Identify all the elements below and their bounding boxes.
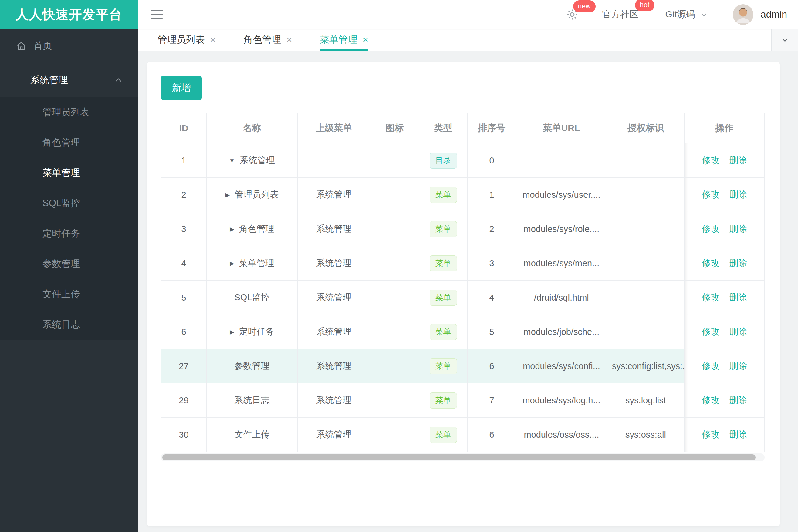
home-icon — [16, 40, 27, 51]
delete-link[interactable]: 删除 — [729, 327, 747, 336]
collapsed-arrow-icon[interactable]: ▶ — [230, 260, 234, 267]
menu-type-badge: 菜单 — [430, 221, 457, 237]
delete-link[interactable]: 删除 — [729, 395, 747, 405]
cell-menu-url: modules/sys/log.h... — [516, 383, 607, 418]
cell-actions: 修改删除 — [685, 144, 765, 178]
sidebar-item-label: 定时任务 — [42, 227, 80, 240]
cell-order: 2 — [468, 212, 516, 246]
expand-arrow-icon[interactable]: ▼ — [229, 157, 235, 164]
edit-link[interactable]: 修改 — [702, 430, 720, 439]
column-header: 排序号 — [468, 113, 516, 144]
cell-actions: 修改删除 — [685, 178, 765, 212]
edit-link[interactable]: 修改 — [702, 190, 720, 199]
delete-link[interactable]: 删除 — [729, 292, 747, 302]
menu-name-label: 系统日志 — [235, 395, 270, 405]
tab-item[interactable]: 角色管理× — [244, 29, 292, 51]
menu-name-label: 文件上传 — [235, 430, 270, 439]
tab-close-icon[interactable]: × — [210, 35, 216, 45]
cell-name: 参数管理 — [207, 349, 298, 383]
topbar-right: new 官方社区 hot Git源码 admin — [566, 4, 798, 25]
cell-icon — [370, 383, 419, 418]
table-row: 5SQL监控系统管理菜单4/druid/sql.html修改删除 — [161, 281, 765, 315]
tab-list: 管理员列表×角色管理×菜单管理× — [138, 29, 771, 51]
cell-parent-menu: 系统管理 — [298, 212, 370, 246]
sidebar-item-link[interactable]: 参数管理 — [0, 249, 138, 279]
horizontal-scrollbar[interactable] — [161, 453, 765, 461]
edit-link[interactable]: 修改 — [702, 258, 720, 268]
cell-type: 菜单 — [419, 383, 468, 418]
cell-id: 30 — [161, 418, 207, 452]
tab-item[interactable]: 管理员列表× — [158, 29, 216, 51]
settings-gear-button[interactable]: new — [566, 8, 579, 21]
cell-perms: sys:log:list — [607, 383, 685, 418]
menu-table: ID名称上级菜单图标类型排序号菜单URL授权标识操作 1▼系统管理目录0修改删除… — [161, 113, 765, 452]
cell-icon — [370, 281, 419, 315]
cell-menu-url: modules/job/sche... — [516, 315, 607, 349]
menu-name-label: 参数管理 — [235, 361, 270, 370]
delete-link[interactable]: 删除 — [729, 190, 747, 199]
chevron-down-icon — [780, 35, 790, 45]
sidebar-item-label: 文件上传 — [42, 288, 80, 301]
username-label[interactable]: admin — [761, 9, 787, 20]
edit-link[interactable]: 修改 — [702, 361, 720, 370]
cell-actions: 修改删除 — [685, 281, 765, 315]
tabs-collapse-button[interactable] — [771, 29, 798, 51]
app-logo: 人人快速开发平台 — [0, 0, 138, 29]
chevron-up-icon — [113, 75, 124, 85]
cell-actions: 修改删除 — [685, 212, 765, 246]
sidebar-item-link[interactable]: 文件上传 — [0, 279, 138, 309]
add-button[interactable]: 新增 — [161, 76, 202, 100]
community-link[interactable]: 官方社区 hot — [602, 8, 639, 21]
cell-actions: 修改删除 — [685, 246, 765, 281]
menu-name-label: SQL监控 — [234, 292, 270, 302]
edit-link[interactable]: 修改 — [702, 292, 720, 302]
tab-close-icon[interactable]: × — [287, 35, 292, 45]
avatar[interactable] — [733, 4, 754, 25]
menu-toggle-button[interactable] — [151, 10, 163, 19]
topbar: new 官方社区 hot Git源码 admin — [138, 0, 798, 29]
cell-type: 菜单 — [419, 418, 468, 452]
edit-link[interactable]: 修改 — [702, 395, 720, 405]
sidebar-item-active[interactable]: 菜单管理 — [0, 158, 138, 188]
sidebar-item-link[interactable]: SQL监控 — [0, 188, 138, 218]
cell-perms: sys:config:list,sys:... — [607, 349, 685, 383]
cell-icon — [370, 212, 419, 246]
edit-link[interactable]: 修改 — [702, 155, 720, 165]
sidebar-item-home[interactable]: 首页 — [0, 29, 138, 63]
collapsed-arrow-icon[interactable]: ▶ — [230, 226, 234, 232]
delete-link[interactable]: 删除 — [729, 155, 747, 165]
sidebar-group-system[interactable]: 系统管理 — [0, 63, 138, 97]
table-row: 1▼系统管理目录0修改删除 — [161, 144, 765, 178]
delete-link[interactable]: 删除 — [729, 361, 747, 370]
cell-type: 菜单 — [419, 212, 468, 246]
delete-link[interactable]: 删除 — [729, 224, 747, 233]
cell-type: 菜单 — [419, 246, 468, 281]
delete-link[interactable]: 删除 — [729, 430, 747, 439]
cell-perms — [607, 281, 685, 315]
sidebar-item-link[interactable]: 系统日志 — [0, 309, 138, 340]
column-header: 操作 — [685, 113, 765, 144]
tab-active[interactable]: 菜单管理× — [320, 29, 368, 51]
cell-perms — [607, 315, 685, 349]
sidebar: 人人快速开发平台 首页 系统管理 管理员列表角色管理菜单管理SQL监控定时任务参… — [0, 0, 138, 532]
collapsed-arrow-icon[interactable]: ▶ — [225, 192, 230, 198]
tabbar: 管理员列表×角色管理×菜单管理× — [138, 29, 798, 51]
sidebar-item-label: 菜单管理 — [42, 167, 80, 179]
tab-close-icon[interactable]: × — [363, 35, 368, 45]
delete-link[interactable]: 删除 — [729, 258, 747, 268]
sidebar-item-link[interactable]: 角色管理 — [0, 127, 138, 158]
cell-name: 文件上传 — [207, 418, 298, 452]
menu-type-badge: 菜单 — [430, 324, 457, 340]
git-source-dropdown[interactable]: Git源码 — [665, 8, 708, 21]
cell-id: 27 — [161, 349, 207, 383]
sidebar-item-link[interactable]: 管理员列表 — [0, 97, 138, 127]
edit-link[interactable]: 修改 — [702, 327, 720, 336]
edit-link[interactable]: 修改 — [702, 224, 720, 233]
sidebar-item-link[interactable]: 定时任务 — [0, 218, 138, 249]
collapsed-arrow-icon[interactable]: ▶ — [230, 329, 234, 335]
cell-menu-url: modules/sys/men... — [516, 246, 607, 281]
cell-parent-menu — [298, 144, 370, 178]
scrollbar-thumb[interactable] — [162, 454, 756, 460]
chevron-down-icon — [699, 10, 708, 19]
table-row: 27参数管理系统管理菜单6modules/sys/confi...sys:con… — [161, 349, 765, 383]
